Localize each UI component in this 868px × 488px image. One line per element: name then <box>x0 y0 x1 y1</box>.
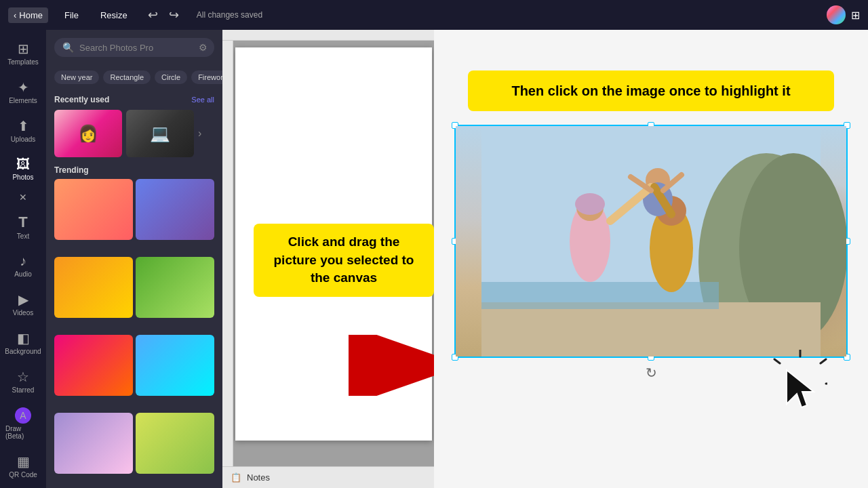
red-arrow-annotation <box>349 335 434 399</box>
saved-status: All changes saved <box>197 10 262 20</box>
search-input[interactable] <box>79 43 193 53</box>
sidebar-item-photos[interactable]: 🖼 Photos <box>3 151 43 186</box>
grid-image-5[interactable] <box>54 335 133 396</box>
notes-button[interactable]: Notes <box>247 472 270 483</box>
ruler-left <box>222 41 233 466</box>
top-bar: ‹ Home File Resize ↩ ↪ All changes saved… <box>0 0 868 30</box>
instruction-text: Then click on the image once to highligh… <box>481 81 821 100</box>
canvas-with-ruler: Click and drag the picture you selected … <box>222 41 434 466</box>
grid-image-7[interactable] <box>54 413 133 474</box>
svg-rect-6 <box>481 282 719 309</box>
trending-title: Trending <box>46 163 222 179</box>
sidebar-label-elements: Elements <box>9 97 37 104</box>
grid-image-3[interactable] <box>54 257 133 318</box>
sidebar-label-templates: Templates <box>7 58 39 66</box>
family-photo-svg <box>456 126 846 357</box>
sidebar-item-draw[interactable]: A Draw (Beta) <box>3 402 43 445</box>
elements-icon: ✦ <box>18 79 29 96</box>
tag-fireworks[interactable]: Fireworks <box>191 70 222 84</box>
close-panel-button[interactable]: ✕ <box>16 189 30 205</box>
bottom-bar: 📋 Notes <box>222 466 434 488</box>
sidebar-item-elements[interactable]: ✦ Elements <box>3 74 43 110</box>
svg-line-19 <box>821 359 826 363</box>
arrow-svg <box>349 335 434 396</box>
sidebar-item-qrcode[interactable]: ▦ QR Code <box>3 448 43 484</box>
draw-icon: A <box>15 407 31 424</box>
search-icon: 🔍 <box>62 42 74 53</box>
grid-view-icon[interactable]: ⊞ <box>851 9 860 22</box>
uploads-icon: ⬆ <box>18 118 29 134</box>
cursor-rays-svg <box>773 350 827 418</box>
instruction-box: Then click on the image once to highligh… <box>468 70 834 111</box>
grid-image-1[interactable] <box>54 179 133 240</box>
color-palette-icon[interactable] <box>827 5 846 24</box>
redo-button[interactable]: ↪ <box>165 6 183 24</box>
text-icon: T <box>18 214 27 231</box>
templates-icon: ⊞ <box>18 41 29 57</box>
sidebar-item-videos[interactable]: ▶ Videos <box>3 286 43 322</box>
main-layout: ⊞ Templates ✦ Elements ⬆ Uploads 🖼 Photo… <box>0 30 868 488</box>
starred-icon: ☆ <box>17 369 29 385</box>
file-button[interactable]: File <box>59 7 84 23</box>
sidebar-item-uploads[interactable]: ⬆ Uploads <box>3 113 43 148</box>
family-photo <box>456 126 846 357</box>
undo-button[interactable]: ↩ <box>144 6 162 24</box>
rotate-icon[interactable]: ↻ <box>646 365 657 381</box>
sidebar-item-starred[interactable]: ☆ Starred <box>3 363 43 399</box>
ruler-top <box>222 30 434 41</box>
recent-image-laptop[interactable]: 💻 <box>126 110 194 157</box>
sidebar-label-videos: Videos <box>13 309 33 317</box>
filter-icon[interactable]: ⚙ <box>199 42 208 53</box>
recent-images-row: 👩 💻 › <box>46 107 222 163</box>
audio-icon: ♪ <box>20 253 26 269</box>
undo-redo-group: ↩ ↪ <box>144 6 183 24</box>
tag-newyear[interactable]: New year <box>54 70 99 84</box>
home-button[interactable]: ‹ Home <box>8 7 48 23</box>
resize-label: Resize <box>100 10 127 20</box>
resize-button[interactable]: Resize <box>95 7 133 23</box>
sidebar-item-text[interactable]: T Text <box>3 208 43 245</box>
svg-line-21 <box>774 359 780 363</box>
grid-image-6[interactable] <box>136 335 214 396</box>
search-panel: 🔍 ⚙ New year Rectangle Circle Fireworks … <box>46 30 222 488</box>
laptop-placeholder: 💻 <box>126 110 194 157</box>
grid-image-4[interactable] <box>136 257 214 318</box>
sidebar-label-starred: Starred <box>12 386 35 394</box>
sidebar-label-uploads: Uploads <box>11 136 36 143</box>
videos-icon: ▶ <box>18 291 28 308</box>
recently-used-header: Recently used See all <box>46 89 222 107</box>
sidebar-label-audio: Audio <box>14 270 32 278</box>
sidebar-item-templates[interactable]: ⊞ Templates <box>3 35 43 71</box>
canvas-viewport[interactable]: Click and drag the picture you selected … <box>233 41 434 466</box>
home-label: Home <box>19 10 43 20</box>
search-box: 🔍 ⚙ <box>54 38 214 57</box>
image-grid <box>46 179 222 488</box>
notes-icon: 📋 <box>231 472 241 483</box>
photos-icon: 🖼 <box>16 157 30 172</box>
right-panel: Then click on the image once to highligh… <box>434 30 868 488</box>
recently-used-title: Recently used <box>54 95 109 104</box>
recent-scroll-right-icon[interactable]: › <box>198 127 201 140</box>
svg-marker-22 <box>787 370 814 407</box>
recent-image-woman[interactable]: 👩 <box>54 110 122 157</box>
grid-image-2[interactable] <box>136 179 214 240</box>
cursor-annotation <box>773 350 827 420</box>
see-all-button[interactable]: See all <box>191 96 214 104</box>
qrcode-icon: ▦ <box>17 453 30 470</box>
tag-rectangle[interactable]: Rectangle <box>103 70 151 84</box>
selected-image[interactable] <box>456 126 846 357</box>
search-header: 🔍 ⚙ <box>46 30 222 65</box>
sidebar-label-draw: Draw (Beta) <box>5 425 41 440</box>
sidebar-label-text: Text <box>17 232 29 240</box>
sidebar-label-photos: Photos <box>12 174 33 181</box>
sidebar-item-audio[interactable]: ♪ Audio <box>3 248 43 283</box>
top-bar-right: ⊞ <box>827 5 860 24</box>
sidebar-item-background[interactable]: ◧ Background <box>3 325 43 361</box>
canvas-area: Click and drag the picture you selected … <box>222 30 434 488</box>
sidebar-icons: ⊞ Templates ✦ Elements ⬆ Uploads 🖼 Photo… <box>0 30 46 488</box>
svg-point-9 <box>575 193 605 215</box>
drag-instruction-box: Click and drag the picture you selected … <box>254 224 434 297</box>
grid-image-8[interactable] <box>136 413 214 474</box>
tag-circle[interactable]: Circle <box>155 70 187 84</box>
selected-image-container[interactable] <box>454 125 848 358</box>
